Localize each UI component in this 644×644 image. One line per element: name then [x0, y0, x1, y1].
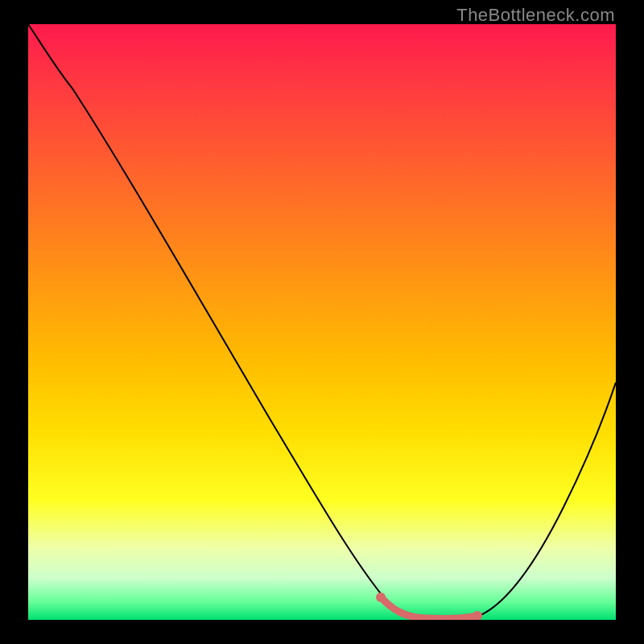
chart-container: TheBottleneck.com — [0, 0, 644, 644]
chart-svg — [28, 24, 616, 620]
optimal-range-highlight — [381, 597, 477, 618]
watermark-text: TheBottleneck.com — [456, 5, 615, 26]
highlight-end-dot — [473, 611, 482, 620]
bottleneck-curve — [28, 24, 616, 618]
highlight-start-dot — [376, 592, 386, 602]
plot-area — [28, 24, 616, 620]
